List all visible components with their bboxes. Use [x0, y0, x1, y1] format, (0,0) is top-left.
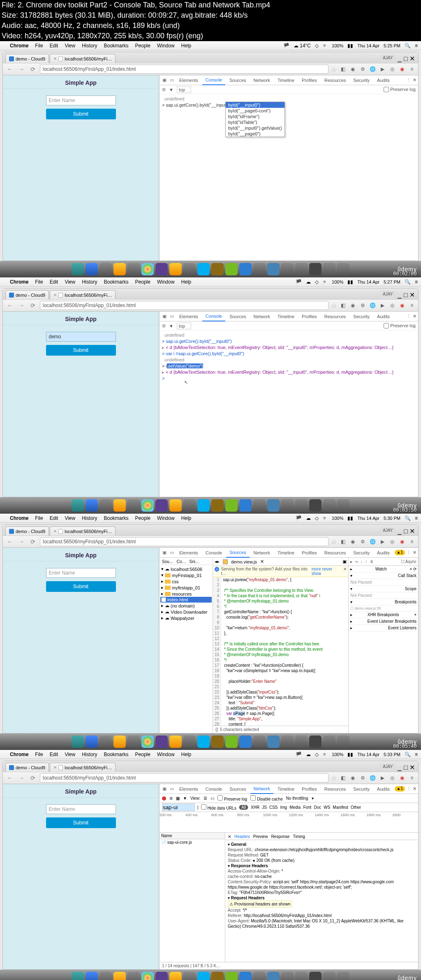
tab-network[interactable]: Network [250, 75, 273, 85]
tab-cloud9[interactable]: demo - Cloud9 [5, 54, 49, 63]
tab-resources[interactable]: Resources [321, 75, 349, 85]
profile-button[interactable]: AJAY [380, 55, 395, 63]
flag-icon[interactable]: 🏴 [283, 43, 289, 49]
warning-badge[interactable]: ▲1 [395, 550, 405, 555]
submit-button[interactable]: Submit [46, 345, 116, 356]
ext-icon[interactable]: ⚙ [359, 65, 366, 73]
timeline-overview[interactable]: 200 ms400 ms600 ms800 ms1000 ms1200 ms14… [160, 812, 418, 833]
hamburger-icon[interactable]: ≡ [408, 65, 416, 73]
dock-skype-icon[interactable] [197, 263, 210, 275]
menubar-date[interactable]: Thu 14 Apr [357, 43, 379, 48]
inspect-icon[interactable]: ▣ [161, 77, 168, 83]
dock-app-icon[interactable] [211, 263, 224, 275]
battery-percent[interactable]: 100% [332, 43, 343, 48]
device-icon[interactable]: ▭ [169, 77, 175, 83]
tab-localhost[interactable]: ✕localhost:56506/myFirst… [50, 290, 116, 299]
async-checkbox[interactable]: ☐ Async [401, 559, 416, 564]
ext-icon[interactable]: ◎ [389, 65, 396, 73]
submit-button[interactable]: Submit [46, 109, 116, 119]
tab-console[interactable]: Console [202, 75, 225, 85]
dock-app-icon[interactable] [225, 263, 238, 275]
ext-icon[interactable]: ▶ [379, 65, 386, 73]
tree-node[interactable]: ▾ ☁ localhost:56506 [160, 566, 212, 572]
dock-app-icon[interactable] [155, 263, 168, 275]
console-output[interactable]: undefined > sap.ui.getCore().byId("__inp… [160, 331, 418, 497]
dock-app-icon[interactable] [267, 263, 280, 275]
deactivate-bp-icon[interactable]: ⏸ [370, 559, 374, 564]
ext-icon[interactable]: ◧ [339, 65, 347, 73]
ext-icon[interactable]: 🌐 [369, 65, 376, 73]
weather-icon[interactable]: ☁ 14°C [294, 43, 311, 49]
context-select[interactable]: top [177, 86, 191, 93]
step-out-icon[interactable]: ↑ [365, 559, 367, 564]
reload-button[interactable]: ⟳ [28, 537, 37, 546]
editor-tab[interactable]: demo.view.js [231, 559, 257, 564]
mac-dock[interactable]: ûdemy 00:02:00 [0, 261, 421, 277]
clear-console-icon[interactable]: ⊘ [162, 87, 166, 92]
menu-help[interactable]: Help [181, 43, 192, 49]
bookmark-star-icon[interactable]: ☆ [331, 65, 337, 73]
dock-finder-icon[interactable] [72, 263, 84, 275]
menubar-time[interactable]: 5:25 PM [384, 43, 400, 48]
spotlight-icon[interactable]: 🔍 [405, 43, 411, 49]
preserve-log-checkbox[interactable]: Preserve log [384, 87, 416, 93]
menu-view[interactable]: View [65, 43, 75, 49]
battery-icon[interactable]: ▮▮ [347, 43, 353, 49]
app-name[interactable]: Chrome [10, 43, 28, 49]
reload-button[interactable]: ⟳ [28, 301, 37, 310]
tree-node-selected[interactable]: index.html [160, 597, 212, 603]
ext-icon[interactable]: ◉ [349, 65, 356, 73]
dock-app-icon[interactable] [113, 263, 126, 275]
notification-icon[interactable]: ≡ [415, 43, 418, 49]
menu-history[interactable]: History [82, 43, 97, 49]
close-tab-icon[interactable]: ✕ [53, 56, 57, 61]
dock-app-icon[interactable] [309, 263, 322, 275]
request-row[interactable]: 📄 sap-ui-core.js [160, 839, 225, 845]
console-output[interactable]: undefined > sap.ui.getCore().byId("__inp… [160, 94, 418, 261]
dock-app-icon[interactable] [295, 263, 308, 275]
tab-localhost[interactable]: ✕localhost:56506/myFirst… [50, 54, 116, 63]
dock-trash-icon[interactable] [337, 263, 349, 275]
reload-button[interactable]: ⟳ [28, 65, 37, 74]
forward-button[interactable]: → [17, 65, 26, 74]
tab-timeline[interactable]: Timeline [274, 75, 298, 85]
forward-button[interactable]: → [17, 301, 26, 310]
menu-people[interactable]: People [135, 43, 150, 49]
back-button[interactable]: ← [5, 301, 14, 310]
clear-icon[interactable]: ⊘ [169, 796, 173, 801]
sources-navigator[interactable]: Sou…Co…Sni… ▾ ☁ localhost:56506 ▾ myFirs… [160, 558, 213, 733]
dropbox-icon[interactable]: ◇ [315, 43, 319, 49]
record-button[interactable] [162, 796, 166, 801]
tab-cloud9[interactable]: demo - Cloud9 [5, 290, 49, 299]
dock-app-icon[interactable] [323, 263, 335, 275]
filter-icon[interactable]: ▼ [169, 87, 173, 92]
tab-profiles[interactable]: Profiles [298, 75, 320, 85]
dock-icon[interactable]: ⋮ [407, 77, 411, 83]
autocomplete-popup[interactable]: byId("__input0") byId("__page0-cont") by… [225, 102, 285, 137]
tab-elements[interactable]: Elements [176, 75, 201, 85]
menu-bookmarks[interactable]: Bookmarks [104, 43, 129, 49]
dock-app-icon[interactable] [169, 263, 182, 275]
dock-app-icon[interactable] [281, 263, 294, 275]
menu-window[interactable]: Window [157, 43, 175, 49]
window-controls-icon[interactable]: ⎯ □ ✕ [398, 55, 415, 63]
dock-app-icon[interactable] [183, 263, 196, 275]
dock-app-icon[interactable] [99, 263, 112, 275]
back-button[interactable]: ← [5, 65, 14, 74]
workspace-info[interactable]: iServing from the file system? Add your … [213, 566, 348, 577]
code-content[interactable]: sap.ui.jsview("myfirstapp_01.demo", { /*… [221, 577, 324, 726]
name-input[interactable] [46, 568, 116, 578]
wifi-icon[interactable]: ᯤ [323, 43, 328, 49]
tab-sources[interactable]: Sources [226, 75, 249, 85]
dock-app-icon[interactable] [239, 263, 252, 275]
dock-chrome-icon[interactable] [141, 263, 154, 275]
close-devtools-icon[interactable]: ✕ [413, 77, 416, 83]
tab-security[interactable]: Security [350, 75, 373, 85]
dock-app-icon[interactable] [253, 263, 266, 275]
clear-console-icon[interactable]: ⊘ [162, 323, 166, 328]
throttle-select[interactable]: No throttling [286, 796, 308, 801]
filter-input[interactable] [162, 803, 195, 811]
request-list[interactable]: Name 📄 sap-ui-core.js [160, 833, 225, 962]
pause-icon[interactable]: ▸ [350, 559, 352, 564]
menu-file[interactable]: File [35, 43, 43, 49]
